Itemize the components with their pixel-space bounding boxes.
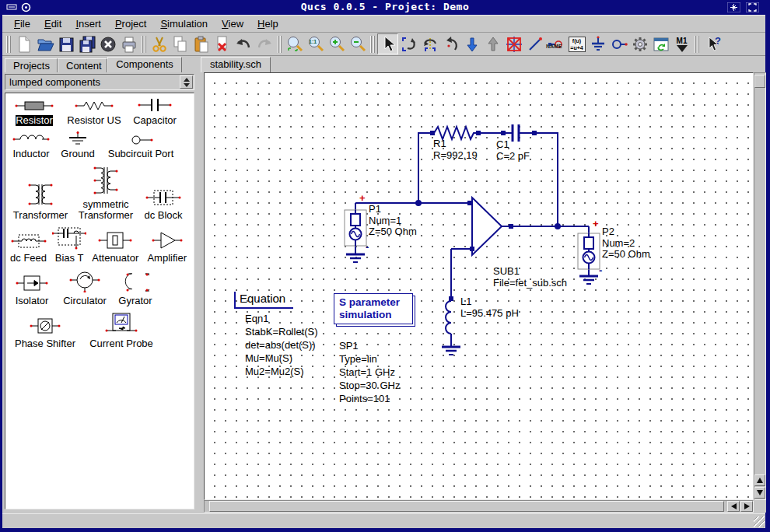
toolbar-deactivate-button[interactable] [503,33,524,54]
ground-symbol[interactable] [442,347,460,355]
label-p1[interactable]: P1Num=1Z=50 Ohm [369,204,417,238]
menu-insert[interactable]: Insert [68,16,108,31]
toolbar-save-button[interactable] [55,33,76,54]
toolbar-simulate-button[interactable] [629,33,650,54]
palette-item-circulator[interactable]: Circulator [59,269,110,306]
toolbar-delete-button[interactable] [212,33,233,54]
toolbar-copy-button[interactable] [170,33,191,54]
ground-symbol[interactable] [346,254,365,262]
toolbar-marker-button[interactable]: M1 [671,33,692,54]
palette-item-capacitor[interactable]: Capacitor [129,98,180,126]
toolbar-rotate-button[interactable] [398,33,419,54]
maximize-button[interactable] [746,2,759,12]
menu-view[interactable]: View [215,16,250,31]
toolbar-redo-button[interactable] [254,33,275,54]
palette-item-resistor-us[interactable]: Resistor US [64,100,124,126]
label-sub1[interactable]: SUB1File=fet_sub.sch [493,266,567,289]
menu-help[interactable]: Help [250,16,285,31]
horizontal-scrollbar[interactable] [204,500,754,513]
label-c1[interactable]: C1C=2 pF [496,139,530,162]
iconify-button[interactable] [727,2,740,12]
toolbar-handle[interactable] [142,36,146,53]
toolbar-port-button[interactable] [608,33,629,54]
horizontal-scrollbar-thumb[interactable] [209,501,724,512]
scroll-left-button[interactable] [727,501,740,512]
vertical-scrollbar-thumb[interactable] [754,75,765,88]
menu-project[interactable]: Project [108,16,153,31]
palette-item-gyrator[interactable]: Gyrator [115,272,156,306]
toolbar-wire-label-button[interactable]: NAME [545,33,566,54]
toolbar-handle[interactable] [6,36,11,53]
toolbar-zoom-out-button[interactable] [347,33,368,54]
toolbar-data-display-button[interactable] [650,33,671,54]
menu-simulation[interactable]: Simulation [153,16,215,31]
toolbar-handle[interactable] [277,36,282,53]
equation-block-lines[interactable]: Eqn1 StabK=Rollet(S) det=abs(det(S)) Mu=… [245,312,318,378]
label-l1[interactable]: L1L=95.475 pH [460,296,519,319]
toolbar-mirror-up-button[interactable] [482,33,503,54]
toolbar-rotate-ccw-button[interactable] [440,33,461,54]
palette-item-isolator[interactable]: Isolator [9,274,54,306]
toolbar-close-button[interactable] [97,33,118,54]
palette-item-phase-shifter[interactable]: Phase Shifter [9,317,81,349]
toolbar-handle[interactable] [370,36,375,53]
palette-item-ground[interactable]: Ground [58,131,98,159]
palette-item-bias-t[interactable]: Bias T [52,226,86,264]
palette-item-subcircuit-port[interactable]: Subcircuit Port [103,135,179,159]
palette-item-inductor[interactable]: Inductor [9,133,53,159]
toolbar-select-button[interactable] [377,33,398,54]
panel-splitter[interactable] [197,72,204,513]
app-area: File Edit Insert Project Simulation View… [2,15,765,527]
component-category-select[interactable]: lumped components [5,74,194,90]
toolbar-equation-button[interactable]: f(u)=u+4 [566,33,587,54]
scroll-down-button[interactable] [754,487,765,499]
toolbar-wire-button[interactable] [524,33,545,54]
palette-item-resistor[interactable]: Resistor [9,100,59,126]
toolbar-handle[interactable] [695,36,699,53]
tab-document-stability[interactable]: stability.sch [201,57,271,72]
palette-item-symmetric-transformer[interactable]: symmetric Transformer [76,165,135,221]
toolbar-open-button[interactable] [34,33,55,54]
sparameter-simulation-block[interactable]: S parameter simulation [334,293,413,324]
toolbar-new-button[interactable] [13,33,34,54]
toolbar-save-all-button[interactable] [76,33,97,54]
palette-item-dc-feed[interactable]: dc Feed [9,233,47,264]
title-bar[interactable]: Qucs 0.0.5 - Project: Demo [0,0,770,15]
palette-item-amplifier[interactable]: Amplifier [144,231,190,264]
category-spinner-button[interactable] [180,75,193,89]
schematic-canvas[interactable]: R1R=992.19 C1C=2 pF P1Num=1Z=50 Ohm P2Nu… [204,72,754,500]
toolbar-zoom-1-1-button[interactable]: 1:1 [305,33,326,54]
scroll-right-button[interactable] [740,501,753,512]
toolbar-zoom-fit-button[interactable] [284,33,305,54]
palette-item-attenuator[interactable]: Attenuator [91,231,139,264]
toolbar-cut-button[interactable] [149,33,170,54]
sparameter-simulation-params[interactable]: SP1 Type=lin Start=1 GHz Stop=30 GHz Poi… [339,339,400,405]
toolbar-mirror-down-button[interactable] [461,33,482,54]
menu-edit[interactable]: Edit [37,16,68,31]
toolbar-zoom-in-button[interactable] [326,33,347,54]
toolbar-ground-button[interactable] [587,33,608,54]
label-r1[interactable]: R1R=992.19 [433,138,478,161]
toolbar-mirror-vertical-button[interactable] [419,33,440,54]
palette-item-current-probe[interactable]: Current Probe [86,312,157,349]
label-p2[interactable]: P2Num=2Z=50 Ohm [602,226,650,261]
port-p2-symbol[interactable] [578,233,600,269]
toolbar-whats-this-button[interactable]: ? [702,33,723,54]
scroll-up-button[interactable] [754,474,765,486]
toolbar-print-button[interactable] [118,33,139,54]
inductor-l1-symbol[interactable] [446,301,451,334]
resize-grip[interactable] [754,516,765,527]
ground-symbol[interactable] [579,276,598,284]
tab-projects[interactable]: Projects [5,58,58,72]
palette-item-dc-block[interactable]: dc Block [140,188,187,221]
menu-file[interactable]: File [7,16,37,31]
toolbar-paste-button[interactable] [191,33,212,54]
equation-block-title[interactable]: Equation [234,292,293,309]
toolbar-undo-button[interactable] [233,33,254,54]
tab-components[interactable]: Components [107,57,182,72]
palette-item-transformer[interactable]: Transformer [9,182,72,221]
vertical-scrollbar[interactable] [754,72,766,500]
port-p1-symbol[interactable] [345,210,366,246]
tab-content[interactable]: Content [58,58,107,72]
subcircuit-sub1-symbol[interactable] [472,198,502,255]
